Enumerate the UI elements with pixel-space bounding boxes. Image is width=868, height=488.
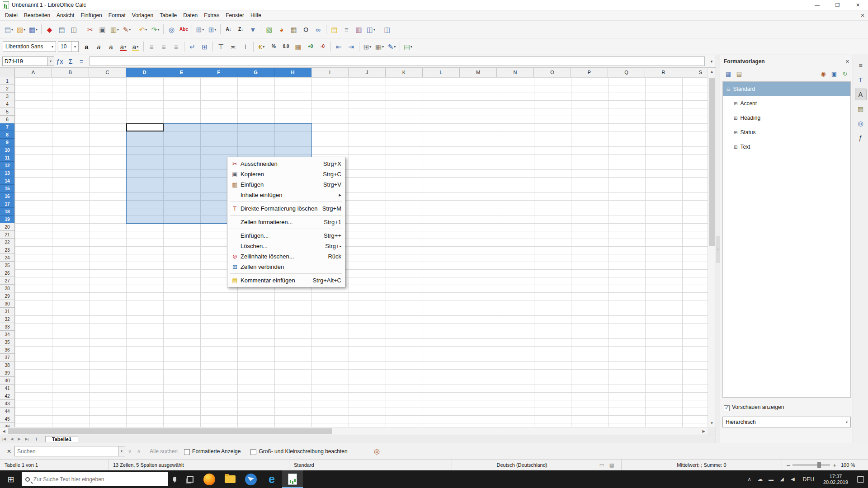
menu-tabelle[interactable]: Tabelle xyxy=(156,11,180,20)
formatted-display-checkbox[interactable] xyxy=(184,449,190,455)
show-previews-checkbox[interactable] xyxy=(724,405,730,411)
taskbar-app-firefox[interactable] xyxy=(199,470,220,488)
find-replace-button[interactable]: ◎ xyxy=(165,23,178,36)
style-entry-standard[interactable]: ⊟Standard xyxy=(723,82,850,96)
menu-datei[interactable]: Datei xyxy=(2,11,21,20)
zoom-slider[interactable] xyxy=(793,464,830,466)
find-next-icon[interactable]: ∨ xyxy=(125,448,134,454)
row-header-46[interactable]: 46 xyxy=(0,423,14,427)
print-button[interactable]: ▤ xyxy=(56,23,68,36)
cortana-mic-icon[interactable] xyxy=(168,470,181,488)
copy-button[interactable]: ▣ xyxy=(96,23,108,36)
insert-columns-button[interactable]: ⊞▾ xyxy=(206,23,218,36)
context-item-zellen-formatieren[interactable]: Zellen formatieren...Strg+1 xyxy=(227,217,345,227)
row-header-13[interactable]: 13 xyxy=(0,169,14,177)
expander-icon[interactable]: ⊞ xyxy=(734,130,737,135)
column-header-Q[interactable]: Q xyxy=(608,68,645,77)
row-header-45[interactable]: 45 xyxy=(0,415,14,423)
row-header-37[interactable]: 37 xyxy=(0,354,14,361)
menu-bearbeiten[interactable]: Bearbeiten xyxy=(21,11,53,20)
context-item-direkte-formatierung-loeschen[interactable]: TDirekte Formatierung löschenStrg+M xyxy=(227,203,345,214)
functions-tab[interactable]: ƒ xyxy=(855,132,867,144)
taskbar-app-edge[interactable]: e xyxy=(261,470,282,488)
row-header-42[interactable]: 42 xyxy=(0,392,14,400)
context-item-kopieren[interactable]: ▣KopierenStrg+C xyxy=(227,169,345,179)
row-header-8[interactable]: 8 xyxy=(0,131,14,139)
freeze-panes-button[interactable]: ◫▾ xyxy=(365,23,377,36)
autofilter-button[interactable]: ▼ xyxy=(247,23,259,36)
column-header-O[interactable]: O xyxy=(534,68,571,77)
add-decimal-button[interactable]: +0 xyxy=(304,40,316,53)
merge-cells-button[interactable]: ⊞ xyxy=(198,40,211,53)
scroll-right-icon[interactable]: ▶ xyxy=(700,427,708,435)
taskbar-app-explorer[interactable] xyxy=(220,470,241,488)
column-header-L[interactable]: L xyxy=(423,68,460,77)
chevron-down-icon[interactable]: ▾ xyxy=(71,42,78,52)
expander-icon[interactable]: ⊟ xyxy=(726,87,730,92)
row-header-44[interactable]: 44 xyxy=(0,408,14,415)
menu-hilfe[interactable]: Hilfe xyxy=(247,11,264,20)
select-all-corner[interactable] xyxy=(0,68,15,77)
row-header-25[interactable]: 25 xyxy=(0,262,14,269)
row-header-36[interactable]: 36 xyxy=(0,346,14,354)
zoom-out-button[interactable]: – xyxy=(787,462,790,469)
sort-ascending-button[interactable]: A↓ xyxy=(222,23,235,36)
row-header-29[interactable]: 29 xyxy=(0,292,14,300)
column-header-B[interactable]: B xyxy=(52,68,89,77)
zoom-in-button[interactable]: + xyxy=(833,462,836,469)
row-header-26[interactable]: 26 xyxy=(0,269,14,277)
taskbar-search-input[interactable] xyxy=(33,476,151,483)
context-item-einfuegen[interactable]: ▥EinfügenStrg+V xyxy=(227,179,345,190)
expander-icon[interactable]: ⊞ xyxy=(734,116,737,121)
row-header-34[interactable]: 34 xyxy=(0,331,14,338)
sidebar-collapse-handle[interactable]: ‹ xyxy=(716,236,720,263)
row-header-7[interactable]: 7 xyxy=(0,123,14,131)
row-header-22[interactable]: 22 xyxy=(0,239,14,246)
save-button[interactable]: ▦▾ xyxy=(27,23,39,36)
align-center-button[interactable]: ≡ xyxy=(158,40,170,53)
document-modified-icon[interactable]: ▤ xyxy=(609,462,614,468)
context-item-zellinhalte-loeschen[interactable]: ⊘Zellinhalte löschen...Rück xyxy=(227,251,345,262)
context-item-zellen-loeschen[interactable]: Löschen...Strg+- xyxy=(227,241,345,251)
row-header-17[interactable]: 17 xyxy=(0,200,14,208)
language-status[interactable]: Deutsch (Deutschland) xyxy=(452,460,592,470)
update-style-icon[interactable]: ↻ xyxy=(840,69,850,79)
column-header-C[interactable]: C xyxy=(89,68,126,77)
decrease-indent-button[interactable]: ⇤ xyxy=(333,40,345,53)
row-header-27[interactable]: 27 xyxy=(0,277,14,285)
export-pdf-button[interactable]: ◆ xyxy=(43,23,56,36)
format-number-button[interactable]: 0.0 xyxy=(280,40,292,53)
row-header-15[interactable]: 15 xyxy=(0,185,14,192)
row-header-20[interactable]: 20 xyxy=(0,223,14,231)
row-header-30[interactable]: 30 xyxy=(0,300,14,308)
page-style-status[interactable]: Standard xyxy=(289,460,452,470)
row-header-10[interactable]: 10 xyxy=(0,146,14,154)
row-header-5[interactable]: 5 xyxy=(0,108,14,116)
find-all-button[interactable]: Alle suchen xyxy=(150,448,178,455)
menu-vorlagen[interactable]: Vorlagen xyxy=(129,11,156,20)
properties-tab[interactable]: T xyxy=(855,74,867,86)
new-style-from-selection-icon[interactable]: ▣ xyxy=(829,69,840,79)
row-header-1[interactable]: 1 xyxy=(0,77,14,85)
sum-button[interactable]: Σ xyxy=(65,56,76,67)
align-left-button[interactable]: ≡ xyxy=(146,40,158,53)
column-header-G[interactable]: G xyxy=(237,68,274,77)
cell-styles-icon[interactable]: ▦ xyxy=(723,69,734,79)
scroll-up-icon[interactable]: ▲ xyxy=(708,68,716,75)
row-header-16[interactable]: 16 xyxy=(0,192,14,200)
task-view-button[interactable] xyxy=(181,470,199,488)
row-header-40[interactable]: 40 xyxy=(0,377,14,385)
column-header-I[interactable]: I xyxy=(311,68,349,77)
close-button[interactable]: ✕ xyxy=(848,0,868,10)
column-header-E[interactable]: E xyxy=(163,68,200,77)
zoom-slider-thumb[interactable] xyxy=(817,462,821,468)
context-item-inhalte-einfuegen[interactable]: Inhalte einfügen▸ xyxy=(227,190,345,200)
spreadsheet-cells[interactable] xyxy=(15,77,708,427)
context-item-zellen-verbinden[interactable]: ⊞Zellen verbinden xyxy=(227,262,345,272)
insert-comment-button[interactable]: ▤ xyxy=(328,23,340,36)
split-window-button[interactable]: ◫ xyxy=(381,23,393,36)
selection-mode-icon[interactable]: ▭ xyxy=(599,462,604,468)
chevron-down-icon[interactable]: ▾ xyxy=(49,42,56,52)
row-header-43[interactable]: 43 xyxy=(0,400,14,408)
find-history-dropdown-icon[interactable]: ▾ xyxy=(118,446,125,456)
